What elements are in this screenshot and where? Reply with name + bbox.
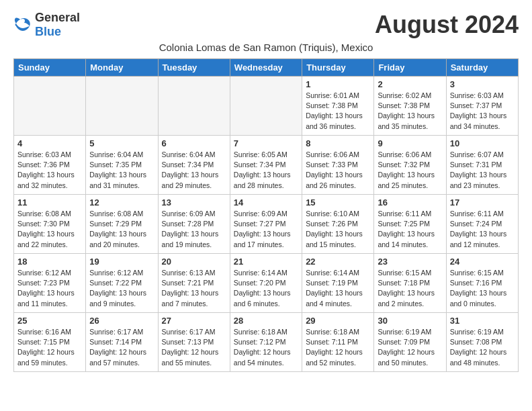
calendar-table: SundayMondayTuesdayWednesdayThursdayFrid…	[13, 58, 519, 372]
day-number: 21	[234, 257, 298, 267]
day-number: 1	[306, 79, 370, 89]
day-info: Sunrise: 6:19 AMSunset: 7:08 PMDaylight:…	[450, 327, 515, 368]
logo-general: General	[35, 11, 80, 24]
day-number: 17	[450, 197, 515, 208]
calendar-cell: 4Sunrise: 6:03 AMSunset: 7:36 PMDaylight…	[14, 136, 86, 195]
weekday-header-monday: Monday	[86, 59, 158, 77]
day-number: 16	[378, 197, 442, 208]
day-number: 15	[306, 197, 370, 208]
day-number: 26	[89, 316, 154, 326]
day-number: 18	[17, 257, 82, 267]
day-number: 28	[234, 316, 298, 326]
day-info: Sunrise: 6:03 AMSunset: 7:36 PMDaylight:…	[17, 150, 82, 191]
calendar-cell: 3Sunrise: 6:03 AMSunset: 7:37 PMDaylight…	[446, 77, 518, 136]
calendar-cell: 17Sunrise: 6:11 AMSunset: 7:24 PMDayligh…	[446, 195, 518, 254]
day-info: Sunrise: 6:11 AMSunset: 7:24 PMDaylight:…	[450, 209, 515, 250]
day-info: Sunrise: 6:11 AMSunset: 7:25 PMDaylight:…	[378, 209, 442, 250]
calendar-cell: 26Sunrise: 6:17 AMSunset: 7:14 PMDayligh…	[86, 313, 158, 372]
month-title: August 2024	[375, 11, 519, 39]
logo-text: General Blue	[35, 11, 80, 39]
calendar-cell: 8Sunrise: 6:06 AMSunset: 7:33 PMDaylight…	[302, 136, 374, 195]
calendar-cell	[86, 77, 158, 136]
day-info: Sunrise: 6:06 AMSunset: 7:32 PMDaylight:…	[378, 150, 442, 191]
day-info: Sunrise: 6:01 AMSunset: 7:38 PMDaylight:…	[306, 91, 370, 132]
calendar-cell: 1Sunrise: 6:01 AMSunset: 7:38 PMDaylight…	[302, 77, 374, 136]
weekday-header-thursday: Thursday	[302, 59, 374, 77]
calendar-cell: 23Sunrise: 6:15 AMSunset: 7:18 PMDayligh…	[374, 254, 446, 313]
calendar-cell: 30Sunrise: 6:19 AMSunset: 7:09 PMDayligh…	[374, 313, 446, 372]
day-info: Sunrise: 6:09 AMSunset: 7:28 PMDaylight:…	[162, 209, 226, 250]
logo-blue: Blue	[35, 25, 61, 38]
calendar-cell: 31Sunrise: 6:19 AMSunset: 7:08 PMDayligh…	[446, 313, 518, 372]
day-number: 12	[89, 197, 154, 208]
calendar-cell: 28Sunrise: 6:18 AMSunset: 7:12 PMDayligh…	[230, 313, 302, 372]
day-number: 4	[17, 138, 82, 148]
week-row-2: 4Sunrise: 6:03 AMSunset: 7:36 PMDaylight…	[14, 136, 519, 195]
day-number: 6	[162, 138, 226, 148]
day-info: Sunrise: 6:15 AMSunset: 7:16 PMDaylight:…	[450, 268, 515, 309]
calendar-cell: 14Sunrise: 6:09 AMSunset: 7:27 PMDayligh…	[230, 195, 302, 254]
day-info: Sunrise: 6:14 AMSunset: 7:19 PMDaylight:…	[306, 268, 370, 309]
logo: General Blue	[13, 11, 80, 39]
day-info: Sunrise: 6:06 AMSunset: 7:33 PMDaylight:…	[306, 150, 370, 191]
weekday-header-sunday: Sunday	[14, 59, 86, 77]
calendar-cell: 7Sunrise: 6:05 AMSunset: 7:34 PMDaylight…	[230, 136, 302, 195]
day-number: 8	[306, 138, 370, 148]
day-info: Sunrise: 6:07 AMSunset: 7:31 PMDaylight:…	[450, 150, 515, 191]
day-info: Sunrise: 6:10 AMSunset: 7:26 PMDaylight:…	[306, 209, 370, 250]
day-info: Sunrise: 6:17 AMSunset: 7:14 PMDaylight:…	[89, 327, 154, 368]
calendar-cell: 19Sunrise: 6:12 AMSunset: 7:22 PMDayligh…	[86, 254, 158, 313]
day-info: Sunrise: 6:03 AMSunset: 7:37 PMDaylight:…	[450, 91, 515, 132]
day-info: Sunrise: 6:08 AMSunset: 7:30 PMDaylight:…	[17, 209, 82, 250]
day-info: Sunrise: 6:08 AMSunset: 7:29 PMDaylight:…	[89, 209, 154, 250]
day-number: 24	[450, 257, 515, 267]
day-info: Sunrise: 6:18 AMSunset: 7:11 PMDaylight:…	[306, 327, 370, 368]
day-number: 19	[89, 257, 154, 267]
calendar-cell: 25Sunrise: 6:16 AMSunset: 7:15 PMDayligh…	[14, 313, 86, 372]
day-number: 27	[162, 316, 226, 326]
day-number: 3	[450, 79, 515, 89]
day-number: 14	[234, 197, 298, 208]
calendar-cell: 20Sunrise: 6:13 AMSunset: 7:21 PMDayligh…	[158, 254, 230, 313]
day-info: Sunrise: 6:18 AMSunset: 7:12 PMDaylight:…	[234, 327, 298, 368]
day-info: Sunrise: 6:09 AMSunset: 7:27 PMDaylight:…	[234, 209, 298, 250]
calendar-cell: 2Sunrise: 6:02 AMSunset: 7:38 PMDaylight…	[374, 77, 446, 136]
calendar-cell: 18Sunrise: 6:12 AMSunset: 7:23 PMDayligh…	[14, 254, 86, 313]
week-row-4: 18Sunrise: 6:12 AMSunset: 7:23 PMDayligh…	[14, 254, 519, 313]
day-number: 23	[378, 257, 442, 267]
calendar-cell: 11Sunrise: 6:08 AMSunset: 7:30 PMDayligh…	[14, 195, 86, 254]
weekday-header-wednesday: Wednesday	[230, 59, 302, 77]
day-number: 13	[162, 197, 226, 208]
day-number: 5	[89, 138, 154, 148]
calendar-cell: 10Sunrise: 6:07 AMSunset: 7:31 PMDayligh…	[446, 136, 518, 195]
day-number: 11	[17, 197, 82, 208]
day-number: 10	[450, 138, 515, 148]
day-info: Sunrise: 6:15 AMSunset: 7:18 PMDaylight:…	[378, 268, 442, 309]
page-header: General Blue August 2024	[13, 11, 519, 39]
calendar-cell	[230, 77, 302, 136]
calendar-subtitle: Colonia Lomas de San Ramon (Triquis), Me…	[13, 42, 519, 53]
day-info: Sunrise: 6:04 AMSunset: 7:34 PMDaylight:…	[162, 150, 226, 191]
calendar-cell: 21Sunrise: 6:14 AMSunset: 7:20 PMDayligh…	[230, 254, 302, 313]
weekday-header-friday: Friday	[374, 59, 446, 77]
calendar-cell: 6Sunrise: 6:04 AMSunset: 7:34 PMDaylight…	[158, 136, 230, 195]
day-info: Sunrise: 6:04 AMSunset: 7:35 PMDaylight:…	[89, 150, 154, 191]
weekday-header-saturday: Saturday	[446, 59, 518, 77]
calendar-cell: 13Sunrise: 6:09 AMSunset: 7:28 PMDayligh…	[158, 195, 230, 254]
day-number: 2	[378, 79, 442, 89]
day-info: Sunrise: 6:05 AMSunset: 7:34 PMDaylight:…	[234, 150, 298, 191]
calendar-cell: 16Sunrise: 6:11 AMSunset: 7:25 PMDayligh…	[374, 195, 446, 254]
day-info: Sunrise: 6:14 AMSunset: 7:20 PMDaylight:…	[234, 268, 298, 309]
day-info: Sunrise: 6:12 AMSunset: 7:22 PMDaylight:…	[89, 268, 154, 309]
week-row-3: 11Sunrise: 6:08 AMSunset: 7:30 PMDayligh…	[14, 195, 519, 254]
calendar-cell: 15Sunrise: 6:10 AMSunset: 7:26 PMDayligh…	[302, 195, 374, 254]
day-number: 7	[234, 138, 298, 148]
calendar-cell: 5Sunrise: 6:04 AMSunset: 7:35 PMDaylight…	[86, 136, 158, 195]
day-info: Sunrise: 6:16 AMSunset: 7:15 PMDaylight:…	[17, 327, 82, 368]
day-number: 22	[306, 257, 370, 267]
weekday-header-row: SundayMondayTuesdayWednesdayThursdayFrid…	[14, 59, 519, 77]
logo-bird-icon	[13, 17, 32, 32]
calendar-cell: 24Sunrise: 6:15 AMSunset: 7:16 PMDayligh…	[446, 254, 518, 313]
day-number: 9	[378, 138, 442, 148]
day-number: 29	[306, 316, 370, 326]
